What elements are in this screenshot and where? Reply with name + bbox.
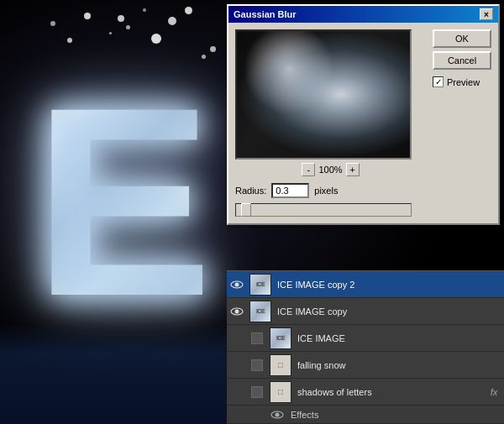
- layer-thumb-0: ICE: [249, 274, 271, 296]
- dialog-body: - 100% + Radius: pixels OK Cancel: [228, 23, 498, 223]
- zoom-out-button[interactable]: -: [302, 163, 315, 176]
- layers-container: ICEICE IMAGE copy 2 ICEICE IMAGE copyICE…: [227, 271, 504, 406]
- preview-zoom-controls: - 100% +: [235, 163, 426, 176]
- radius-slider-container: [235, 203, 426, 217]
- radius-unit: pixels: [314, 186, 338, 196]
- layer-row-2[interactable]: ICEICE IMAGE: [227, 325, 504, 352]
- layer-thumb-3: □: [270, 354, 291, 376]
- radius-row: Radius: pixels: [235, 183, 426, 198]
- cancel-button[interactable]: Cancel: [433, 51, 491, 70]
- radius-slider[interactable]: [235, 203, 412, 217]
- layer-visibility-checkbox-3[interactable]: [251, 359, 263, 371]
- radius-input[interactable]: [271, 183, 309, 198]
- layer-eye-icon-2[interactable]: [227, 325, 247, 352]
- layer-name-label-4: shadows of letters: [294, 387, 484, 397]
- layer-eye-icon-1[interactable]: [227, 298, 247, 325]
- svg-point-5: [276, 412, 280, 416]
- layer-name-label-3: falling snow: [294, 360, 504, 370]
- layer-eye-icon-3[interactable]: [227, 352, 247, 379]
- dialog-title: Gaussian Blur: [234, 9, 297, 19]
- ok-button[interactable]: OK: [433, 29, 491, 48]
- preview-content: [237, 31, 410, 158]
- zoom-in-button[interactable]: +: [346, 163, 360, 176]
- preview-box[interactable]: [235, 29, 412, 160]
- layer-row-0[interactable]: ICEICE IMAGE copy 2: [227, 271, 504, 298]
- gaussian-blur-dialog: Gaussian Blur × - 100% + Radius:: [227, 4, 500, 225]
- layer-thumb-4: □: [270, 381, 291, 403]
- layer-visibility-checkbox-4[interactable]: [251, 386, 263, 398]
- layer-row-3[interactable]: □falling snow: [227, 352, 504, 379]
- effects-label: Effects: [287, 410, 318, 420]
- effects-row: Effects: [227, 406, 504, 424]
- dialog-preview-area: - 100% + Radius: pixels: [235, 29, 426, 217]
- radius-label: Radius:: [235, 186, 266, 196]
- svg-point-3: [235, 309, 239, 313]
- layer-row-4[interactable]: □shadows of lettersfx: [227, 379, 504, 406]
- layer-eye-icon-0[interactable]: [227, 271, 247, 298]
- layer-row-1[interactable]: ICEICE IMAGE copy: [227, 298, 504, 325]
- preview-checkbox-label: Preview: [447, 77, 480, 87]
- svg-point-1: [235, 282, 239, 286]
- layer-name-label-0: ICE IMAGE copy 2: [274, 280, 504, 290]
- layer-fx-icon-4: fx: [484, 379, 504, 406]
- dialog-close-button[interactable]: ×: [480, 8, 493, 20]
- effects-eye-icon[interactable]: [267, 406, 287, 424]
- layer-name-label-2: ICE IMAGE: [294, 333, 504, 343]
- zoom-level-label: 100%: [318, 165, 342, 175]
- layer-eye-icon-4[interactable]: [227, 379, 247, 406]
- preview-checkbox[interactable]: ✓: [433, 76, 444, 87]
- layer-thumb-1: ICE: [249, 301, 271, 322]
- layer-name-label-1: ICE IMAGE copy: [274, 306, 504, 317]
- dialog-buttons: OK Cancel ✓ Preview: [433, 29, 491, 217]
- layer-thumb-2: ICE: [270, 327, 291, 349]
- layers-panel: ICEICE IMAGE copy 2 ICEICE IMAGE copyICE…: [227, 270, 504, 424]
- layer-visibility-checkbox-2[interactable]: [251, 332, 263, 344]
- dialog-titlebar: Gaussian Blur ×: [228, 6, 498, 23]
- preview-checkbox-row: ✓ Preview: [433, 76, 491, 87]
